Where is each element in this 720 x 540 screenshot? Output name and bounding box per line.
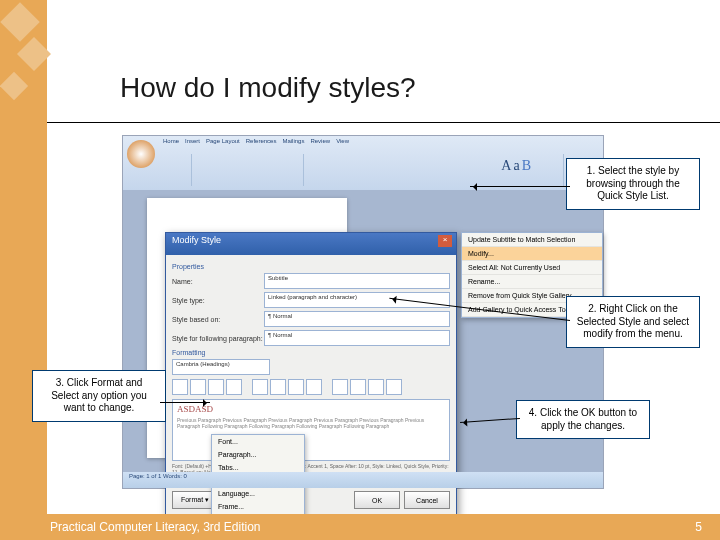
slide-footer: Practical Computer Literacy, 3rd Edition… bbox=[0, 514, 720, 540]
close-icon[interactable]: × bbox=[438, 235, 452, 247]
following-select[interactable]: ¶ Normal bbox=[264, 330, 450, 346]
font-select[interactable]: Cambria (Headings) bbox=[172, 359, 270, 375]
slide-title: How do I modify styles? bbox=[120, 72, 416, 104]
callout-2: 2. Right Click on the Selected Style and… bbox=[566, 296, 700, 348]
name-field[interactable]: Subtitle bbox=[264, 273, 450, 289]
type-select[interactable]: Linked (paragraph and character) bbox=[264, 292, 450, 308]
ribbon-tabs[interactable]: HomeInsertPage LayoutReferencesMailingsR… bbox=[163, 138, 355, 144]
based-on-select[interactable]: ¶ Normal bbox=[264, 311, 450, 327]
sidebar-decoration bbox=[0, 0, 47, 540]
dialog-title: Modify Style× bbox=[166, 233, 456, 255]
office-button-icon[interactable] bbox=[127, 140, 155, 168]
format-toolbar[interactable] bbox=[172, 379, 450, 395]
status-bar: Page: 1 of 1 Words: 0 bbox=[123, 472, 603, 488]
cancel-button[interactable]: Cancel bbox=[404, 491, 450, 509]
quick-styles-icon[interactable]: AaB bbox=[501, 158, 533, 174]
horizontal-rule bbox=[47, 122, 720, 123]
ribbon: HomeInsertPage LayoutReferencesMailingsR… bbox=[123, 136, 603, 191]
arrow-3 bbox=[160, 402, 210, 403]
footer-text: Practical Computer Literacy, 3rd Edition bbox=[50, 520, 261, 534]
callout-4: 4. Click the OK button to apply the chan… bbox=[516, 400, 650, 439]
ok-button[interactable]: OK bbox=[354, 491, 400, 509]
callout-1: 1. Select the style by browsing through … bbox=[566, 158, 700, 210]
page-number: 5 bbox=[695, 520, 702, 534]
modify-menu-item[interactable]: Modify... bbox=[462, 247, 602, 261]
callout-3: 3. Click Format and Select any option yo… bbox=[32, 370, 166, 422]
arrow-1 bbox=[470, 186, 570, 187]
